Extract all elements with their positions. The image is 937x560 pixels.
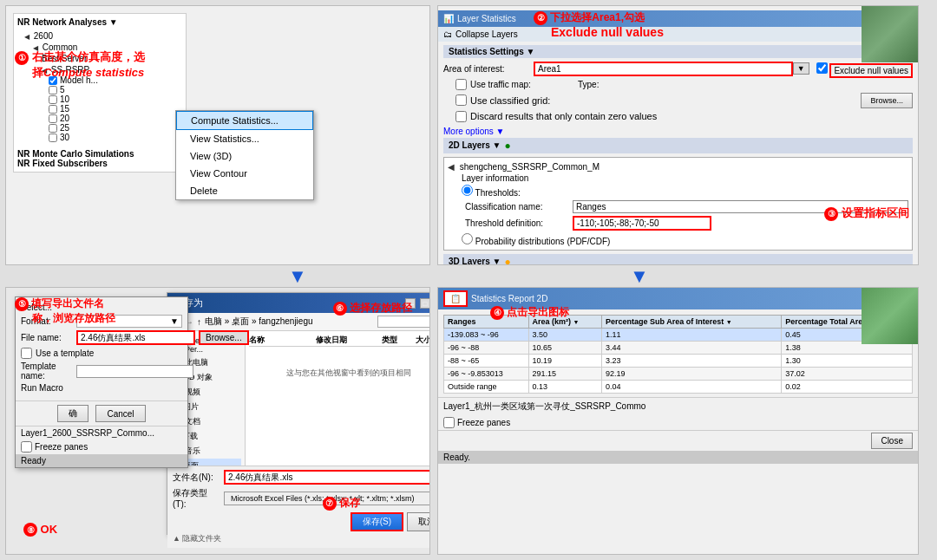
annotation-1-text2: 择Compute statistics <box>32 65 145 81</box>
layer-info-text: Layer1_2600_SSRSRP_Commo... <box>21 428 154 438</box>
tree-item-10[interactable]: 10 <box>17 94 182 104</box>
threshold-def-input[interactable] <box>573 216 711 231</box>
threshold-def-label: Threshold definition: <box>465 218 569 228</box>
classified-checkbox[interactable] <box>455 94 467 106</box>
dialog-body: Statistics Settings ▼ Area of interest: … <box>438 42 918 266</box>
range-5: Outside range <box>444 381 529 394</box>
prob-dist-radio[interactable] <box>462 233 473 244</box>
range-2: -96 ~ -88 <box>444 342 529 355</box>
stats-freeze-row: Freeze panes <box>438 415 918 430</box>
left-arrow: ◀ <box>429 421 430 448</box>
top-right-panel: ② 下拉选择Area1,勾选 Exclude null values 📊 Lay… <box>437 5 919 265</box>
total-5: 0.02 <box>782 381 913 394</box>
statistics-settings-header[interactable]: Statistics Settings ▼ <box>443 45 913 58</box>
tree-title: NR Network Analyses ▼ <box>17 17 182 27</box>
run-macro-row: Run Macro <box>21 383 182 393</box>
cb-30[interactable] <box>49 133 57 142</box>
collapse-layers-btn[interactable]: 🗂 Collapse Layers <box>438 27 918 42</box>
annotation-5: ⑤ 填写导出文件名称，浏览存放路径 <box>15 296 115 326</box>
range-1: -139.083 ~ -96 <box>444 329 529 342</box>
browse-btn[interactable]: Browse... <box>861 93 913 108</box>
template-checkbox[interactable] <box>21 348 32 359</box>
annotation-1: ① 右击某个仿真高度，选 择Compute statistics <box>15 49 145 81</box>
mc-simulations: NR Monte Carlo Simulations <box>17 149 182 159</box>
run-macro-label: Run Macro <box>21 383 63 393</box>
traffic-checkbox[interactable] <box>455 79 467 90</box>
bottom-right-panel: 📋 Statistics Report 2D — □ ✕ Ra <box>437 287 919 555</box>
fixed-subscribers: NR Fixed Subscribers <box>17 159 182 168</box>
area-dropdown[interactable]: ▼ <box>793 62 809 75</box>
layer-tree: ◀ shengcheng_SSRSRP_Common_M Layer infor… <box>443 157 913 251</box>
annotation-8: ⑧ OK <box>23 523 57 537</box>
layer-expand: ◀ <box>448 162 455 172</box>
subarea-4: 92.19 <box>601 368 781 381</box>
tree-item-30[interactable]: 30 <box>17 133 182 142</box>
menu-view-3d[interactable]: View (3D) <box>176 147 313 165</box>
area-1: 3.50 <box>528 329 601 342</box>
dialog-title-text: Layer Statistics <box>457 14 516 23</box>
cb-10[interactable] <box>49 95 57 104</box>
map-thumbnail <box>862 6 918 62</box>
table-row-2: -96 ~ -88 10.65 3.44 1.38 <box>444 342 913 355</box>
collapse-icon: 🗂 <box>443 29 452 39</box>
more-options[interactable]: More options ▼ <box>443 125 913 138</box>
menu-delete[interactable]: Delete <box>176 182 313 199</box>
tree-item-20[interactable]: 20 <box>17 114 182 123</box>
save-footer: 文件名(N): 保存类型(T): Microsoft Excel Files (… <box>167 466 430 548</box>
annotation-7: ⑦ 保存 <box>323 496 360 511</box>
2d-layers-header[interactable]: 2D Layers ▼ ● <box>443 138 913 153</box>
template-name-input[interactable] <box>76 365 193 378</box>
tree-item-15[interactable]: 15 <box>17 104 182 114</box>
save-maximize[interactable]: □ <box>420 298 430 309</box>
traffic-label: Use traffic map: <box>470 80 540 89</box>
cb-20[interactable] <box>49 114 57 123</box>
menu-view-contour[interactable]: View Contour <box>176 165 313 182</box>
exclude-null-checkbox[interactable] <box>816 62 828 74</box>
table-row-4: -96 ~ -9.853013 291.15 92.19 37.02 <box>444 368 913 381</box>
menu-compute-statistics[interactable]: Compute Statistics... <box>176 111 313 130</box>
tree-item-25[interactable]: 25 <box>17 123 182 133</box>
stats-freeze-checkbox[interactable] <box>443 417 455 428</box>
ok-button[interactable]: 确 <box>57 405 88 422</box>
tree-item-2600[interactable]: ◀ 2600 <box>17 30 182 42</box>
menu-view-statistics[interactable]: View Statistics... <box>176 130 313 147</box>
stats-ready: Ready. <box>438 451 918 464</box>
col-subarea: Percentage Sub Area of Interest ▼ <box>601 316 781 329</box>
3d-layers-header[interactable]: 3D Layers ▼ ● <box>443 254 913 266</box>
template-name-label: Template name: <box>21 361 73 381</box>
search-box[interactable] <box>377 316 430 328</box>
2d-layers-dot: ● <box>504 140 510 152</box>
col-name: 名称 <box>249 335 316 346</box>
collapse-label: Collapse Layers <box>455 29 518 39</box>
format-dropdown: ▼ <box>170 316 179 326</box>
area-input[interactable] <box>534 62 793 76</box>
range-4: -96 ~ -9.853013 <box>444 368 529 381</box>
threshold-radio[interactable] <box>462 185 473 196</box>
cb-5[interactable] <box>49 86 57 94</box>
stats-close-btn[interactable]: Close <box>871 433 913 449</box>
export-icon-button[interactable]: 📋 <box>443 290 468 307</box>
cb-15[interactable] <box>49 105 57 114</box>
main-layout: NR Network Analyses ▼ ◀ 2600 ◀ Common Be… <box>0 0 937 560</box>
freeze-panes-checkbox[interactable] <box>21 441 32 453</box>
save-button[interactable]: 保存(S) <box>351 512 403 531</box>
filename-input[interactable] <box>76 330 195 345</box>
tree-item-5[interactable]: 5 <box>17 85 182 94</box>
cb-25[interactable] <box>49 124 57 133</box>
save-content-area: 名称 修改日期 类型 大小 这与您在其他视窗中看到的项目相同 <box>246 331 430 466</box>
annotation-4: ④ 点击导出图标 <box>490 305 569 320</box>
col-type: 类型 <box>382 335 415 346</box>
filetype-row: 保存类型(T): Microsoft Excel Files (*.xls; *… <box>173 487 430 509</box>
save-cancel-button[interactable]: 取消 <box>407 512 430 531</box>
discard-checkbox[interactable] <box>455 111 467 122</box>
footer-filename-input[interactable] <box>224 470 430 485</box>
browse-button[interactable]: Browse... <box>199 330 249 345</box>
traffic-row: Use traffic map: Type: <box>443 79 913 90</box>
area-combo: ▼ <box>534 62 809 76</box>
freeze-panes-row: Freeze panes <box>16 440 187 454</box>
layer-statistics-dialog: 📊 Layer Statistics — □ ✕ 🗂 Collapse Laye… <box>438 10 918 265</box>
table-row-1: -139.083 ~ -96 3.50 1.11 0.45 <box>444 329 913 342</box>
export-icon: 📋 <box>450 294 461 303</box>
cancel-button[interactable]: Cancel <box>95 405 145 422</box>
2d-layers-label: 2D Layers ▼ <box>449 140 501 150</box>
